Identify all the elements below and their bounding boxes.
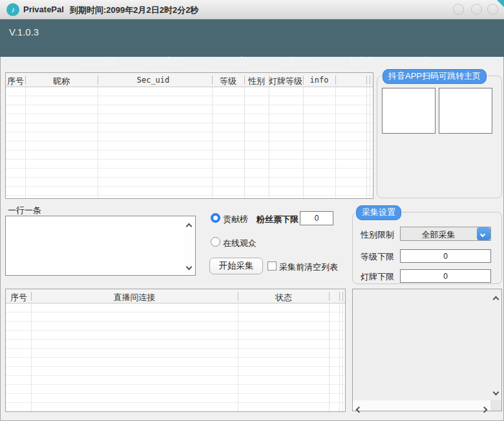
level-min-input[interactable] xyxy=(400,249,491,263)
titlebar: ♪ PrivatePal 到期时间:2099年2月2日2时2分2秒 xyxy=(0,0,504,19)
lamp-min-label: 灯牌下限 xyxy=(361,271,394,283)
log-list-panel[interactable] xyxy=(352,289,502,411)
scrollbar-track-line xyxy=(366,87,367,198)
scrollbar-track-line xyxy=(370,87,370,198)
collect-settings-panel: 采集设置 性别限制 全部采集 等级下限 灯牌下限 xyxy=(352,212,502,284)
corner-accent xyxy=(497,0,504,7)
collect-settings-title-badge: 采集设置 xyxy=(356,205,401,220)
nav-item-history[interactable]: 历史大哥 xyxy=(280,56,315,67)
room-table: 序号 直播间连接 状态 xyxy=(5,289,346,412)
qr-panel: 抖音APP扫码可跳转主页 xyxy=(377,76,502,198)
app-title: PrivatePal xyxy=(23,5,64,14)
header-divider xyxy=(212,76,213,85)
scroll-right-icon[interactable] xyxy=(482,403,487,415)
fan-ticket-label: 粉丝票下限 xyxy=(257,214,299,225)
col-header-index[interactable]: 序号 xyxy=(10,292,27,303)
column-divider xyxy=(238,303,238,411)
contribution-radio[interactable] xyxy=(211,213,220,223)
header-divider xyxy=(342,292,343,301)
maximize-icon[interactable] xyxy=(471,4,482,15)
col-header-nickname[interactable]: 昵称 xyxy=(53,76,70,87)
col-header-secuid[interactable]: Sec_uid xyxy=(137,76,170,85)
vertical-scrollbar[interactable] xyxy=(490,289,501,400)
room-list-textarea[interactable] xyxy=(6,217,184,274)
scrollbar-track-line xyxy=(342,303,343,411)
room-list-textarea-wrap xyxy=(5,216,196,276)
clear-before-collect-label[interactable]: 采集前清空列表 xyxy=(279,262,338,273)
nav-item-announcement[interactable]: 软件公告 xyxy=(211,56,246,67)
header-divider xyxy=(269,76,269,85)
app-window: ♪ PrivatePal 到期时间:2099年2月2日2时2分2秒 V.1.0.… xyxy=(0,0,504,421)
header-divider xyxy=(335,76,336,85)
column-divider xyxy=(269,87,269,198)
header-divider xyxy=(329,292,330,301)
room-table-body[interactable] xyxy=(6,303,345,411)
header-divider xyxy=(366,76,367,85)
contribution-radio-label[interactable]: 贡献榜 xyxy=(223,214,248,225)
column-divider xyxy=(303,87,304,198)
clear-before-collect-checkbox[interactable] xyxy=(268,262,277,271)
fan-ticket-input[interactable] xyxy=(300,211,333,225)
nav-item-data-collect[interactable]: 数据采集 xyxy=(83,56,118,67)
col-header-info[interactable]: info xyxy=(310,76,329,85)
header-divider xyxy=(25,76,26,85)
header-divider xyxy=(238,292,238,301)
scroll-down-icon[interactable] xyxy=(490,385,501,397)
nav-item-auto-message[interactable]: 自动私信 xyxy=(147,56,182,67)
nav-item-settings[interactable]: 基础设置 xyxy=(406,56,441,67)
gender-limit-label: 性别限制 xyxy=(361,229,394,241)
header-divider xyxy=(31,292,32,301)
column-divider xyxy=(31,303,32,411)
online-audience-radio-label[interactable]: 在线观众 xyxy=(223,238,257,249)
chevron-down-icon xyxy=(480,232,485,237)
room-table-header: 序号 直播间连接 状态 xyxy=(6,289,345,303)
header-divider xyxy=(370,76,370,85)
horizontal-scrollbar[interactable] xyxy=(353,400,490,411)
col-header-room-link[interactable]: 直播间连接 xyxy=(114,292,156,303)
column-divider xyxy=(25,87,26,198)
col-header-level[interactable]: 等级 xyxy=(220,76,236,87)
navbar: V.1.0.3 数据采集 自动私信 软件公告 历史大哥 去除水印 基础设置 xyxy=(0,19,504,57)
scroll-down-icon[interactable] xyxy=(184,260,194,272)
app-logo-icon: ♪ xyxy=(6,3,19,16)
column-divider xyxy=(335,87,336,198)
header-divider xyxy=(244,76,245,85)
nav-item-watermark[interactable]: 去除水印 xyxy=(348,56,383,67)
qr-code-box-2 xyxy=(439,88,492,134)
col-header-lamp-level[interactable]: 灯牌等级 xyxy=(269,76,302,87)
header-divider xyxy=(303,76,304,85)
online-audience-radio[interactable] xyxy=(211,237,220,247)
col-header-index[interactable]: 序号 xyxy=(7,76,24,87)
user-table: 序号 昵称 Sec_uid 等级 性别 灯牌等级 info xyxy=(5,72,373,199)
lamp-min-input[interactable] xyxy=(400,269,491,283)
textarea-scrollbar[interactable] xyxy=(184,217,194,274)
col-header-gender[interactable]: 性别 xyxy=(248,76,265,87)
level-min-label: 等级下限 xyxy=(361,251,394,263)
dropdown-button[interactable] xyxy=(477,227,490,240)
gender-limit-selected-value: 全部采集 xyxy=(401,229,476,241)
scroll-up-icon[interactable] xyxy=(184,220,194,231)
scroll-left-icon[interactable] xyxy=(357,403,361,415)
col-header-status[interactable]: 状态 xyxy=(275,292,292,303)
column-divider xyxy=(98,87,98,198)
start-collect-button[interactable]: 开始采集 xyxy=(209,258,263,274)
list-input-label: 一行一条 xyxy=(8,205,41,216)
version-label: V.1.0.3 xyxy=(9,26,39,37)
qr-code-box-1 xyxy=(382,88,436,134)
scroll-up-icon[interactable] xyxy=(490,293,501,304)
expiry-time-text: 到期时间:2099年2月2日2时2分2秒 xyxy=(70,5,198,16)
scrollbar-track-line xyxy=(339,303,340,411)
user-table-body[interactable] xyxy=(6,87,373,198)
scrollbar-corner xyxy=(490,400,501,411)
gender-limit-dropdown[interactable]: 全部采集 xyxy=(400,227,491,241)
column-divider xyxy=(244,87,245,198)
header-divider xyxy=(98,76,98,85)
column-divider xyxy=(212,87,213,198)
minimize-icon[interactable] xyxy=(453,4,464,15)
user-table-header: 序号 昵称 Sec_uid 等级 性别 灯牌等级 info xyxy=(6,73,373,87)
header-divider xyxy=(339,292,340,301)
qr-panel-title-badge: 抖音APP扫码可跳转主页 xyxy=(383,69,487,84)
column-divider xyxy=(329,303,330,411)
